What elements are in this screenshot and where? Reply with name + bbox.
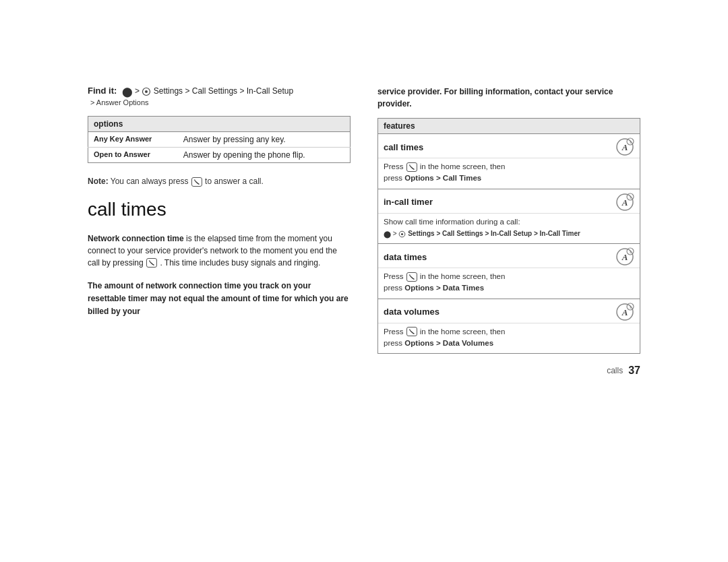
- table-row: Open to Answer Answer by opening the pho…: [88, 147, 351, 162]
- find-it-label: Find it:: [88, 86, 117, 96]
- data-times-in-home: in the home screen, then: [420, 272, 506, 280]
- feature-icon-data-times: A i: [615, 247, 634, 266]
- find-it-path-settings: Settings > Call Settings > In-Call Setup: [154, 86, 293, 96]
- features-header: features: [378, 119, 640, 134]
- phone-icon-5: [406, 327, 417, 336]
- incall-path: ⬤ > Settings > Call Settings > In-Call S…: [384, 230, 580, 237]
- find-it-sub: > Answer Options: [90, 98, 351, 106]
- find-it-header: Find it: ⬤ > Settings > Call Settings > …: [88, 86, 351, 97]
- svg-text:A: A: [621, 142, 628, 152]
- feature-body-data-times: Press in the home screen, then press Opt…: [378, 268, 640, 299]
- nav-icon: ⬤: [122, 86, 133, 97]
- feature-icon-call-times: A i: [615, 137, 634, 156]
- note-text2: to answer a call.: [205, 177, 264, 186]
- phone-icon-2: [146, 258, 157, 268]
- feature-body-incall: Show call time information during a call…: [378, 214, 640, 244]
- feature-title-data-volumes: data volumes: [384, 307, 439, 317]
- svg-text:A: A: [621, 197, 628, 208]
- right-column: service provider. For billing informatio…: [377, 86, 640, 490]
- option-value-1: Answer by pressing any key.: [178, 131, 351, 147]
- data-times-options: press Options > Data Times: [384, 284, 484, 292]
- para1-bold: Network connection time: [88, 234, 184, 243]
- feature-body-call-times: Press in the home screen, then press Opt…: [378, 158, 640, 189]
- svg-point-1: [145, 90, 148, 93]
- page-content: Find it: ⬤ > Settings > Call Settings > …: [88, 72, 640, 490]
- feature-press-options: press Options > Call Times: [384, 174, 481, 182]
- page-number: 37: [628, 365, 640, 377]
- feature-in-home: in the home screen, then: [420, 162, 506, 170]
- phone-icon: [191, 177, 202, 187]
- incall-path-bold: Settings > Call Settings > In-Call Setup…: [408, 230, 580, 237]
- left-column: Find it: ⬤ > Settings > Call Settings > …: [88, 86, 351, 490]
- page-category: calls: [607, 366, 623, 375]
- option-value-2: Answer by opening the phone flip.: [178, 147, 351, 162]
- paragraph-1: Network connection time is the elapsed t…: [88, 232, 351, 269]
- feature-title-call-times: call times: [384, 142, 423, 152]
- feature-press-text: Press: [384, 162, 406, 170]
- page-number-row: calls 37: [377, 365, 640, 377]
- data-volumes-options: press Options > Data Volumes: [384, 339, 493, 347]
- feature-title-row-call-times: call times A i: [378, 134, 640, 158]
- feature-title-row-incall: in-call timer A i: [378, 189, 640, 214]
- feature-title-incall: in-call timer: [384, 197, 433, 207]
- paragraph-2: The amount of network connection time yo…: [88, 280, 351, 319]
- phone-icon-4: [406, 272, 417, 282]
- feature-title-row-data-times: data times A i: [378, 244, 640, 268]
- find-it-path-text: >: [135, 86, 142, 96]
- phone-icon-3: [406, 162, 417, 172]
- nav-star-icon: ⬤: [384, 229, 391, 239]
- find-it-path: ⬤ > Settings > Call Settings > In-Call S…: [122, 86, 293, 96]
- svg-text:A: A: [621, 307, 628, 317]
- feature-row-call-times: call times A i: [378, 134, 640, 189]
- feature-title-data-times: data times: [384, 252, 427, 262]
- options-header: options: [88, 116, 351, 131]
- data-volumes-in-home: in the home screen, then: [420, 327, 506, 336]
- para1-end: . This time includes busy signals and ri…: [160, 258, 320, 268]
- options-table: options Any Key Answer Answer by pressin…: [88, 116, 351, 163]
- feature-row-data-volumes: data volumes A i: [378, 299, 640, 354]
- right-intro: service provider. For billing informatio…: [377, 86, 640, 110]
- feature-body-data-volumes: Press in the home screen, then press Opt…: [378, 323, 640, 354]
- page-container: Find it: ⬤ > Settings > Call Settings > …: [0, 0, 728, 562]
- note-section: Note: You can always press to answer a c…: [88, 177, 351, 187]
- svg-point-11: [401, 233, 403, 235]
- table-row: Any Key Answer Answer by pressing any ke…: [88, 131, 351, 147]
- incall-description: Show call time information during a call…: [384, 218, 520, 226]
- feature-icon-incall: A i: [615, 193, 634, 212]
- data-volumes-press: Press: [384, 327, 406, 336]
- option-key-2: Open to Answer: [88, 147, 178, 162]
- features-table: features call times A: [377, 118, 640, 354]
- note-label: Note:: [88, 177, 109, 186]
- feature-row-data-times: data times A i: [378, 244, 640, 299]
- settings-icon: [142, 87, 151, 96]
- find-it-section: Find it: ⬤ > Settings > Call Settings > …: [88, 86, 351, 106]
- section-title: call times: [88, 199, 351, 220]
- feature-row-in-call-timer: in-call timer A i: [378, 189, 640, 244]
- feature-icon-data-volumes: A i: [615, 303, 634, 321]
- data-times-press: Press: [384, 272, 406, 280]
- option-key-1: Any Key Answer: [88, 131, 178, 147]
- svg-text:A: A: [621, 252, 628, 262]
- feature-title-row-data-volumes: data volumes A i: [378, 299, 640, 323]
- settings-icon-2: [398, 230, 406, 238]
- note-text: You can always press: [111, 177, 191, 186]
- incall-path-text: >: [393, 230, 399, 237]
